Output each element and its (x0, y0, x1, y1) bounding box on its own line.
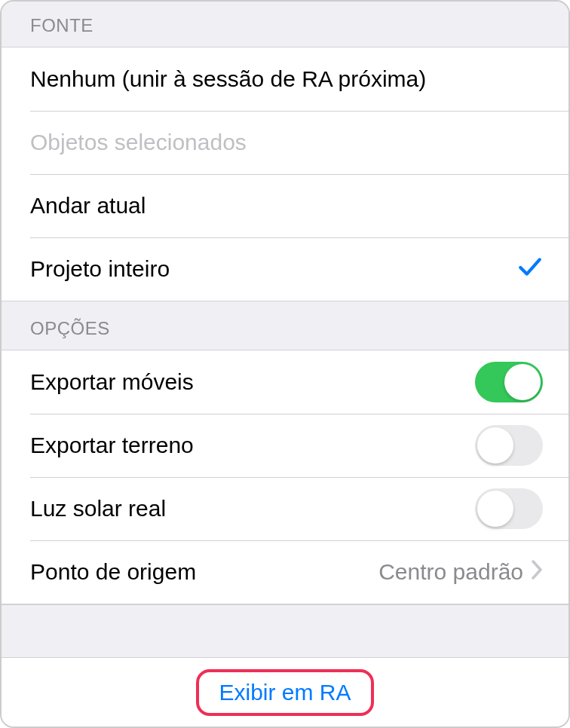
option-real-sunlight: Luz solar real (2, 477, 568, 540)
group-fonte: Nenhum (unir à sessão de RA próxima) Obj… (2, 47, 568, 301)
fonte-option-label: Andar atual (30, 193, 543, 219)
view-in-ar-button[interactable]: Exibir em RA (196, 669, 373, 716)
fonte-option-none[interactable]: Nenhum (unir à sessão de RA próxima) (2, 47, 568, 111)
section-header-fonte: Fonte (2, 2, 568, 47)
option-label: Exportar terreno (30, 433, 475, 458)
chevron-right-icon (531, 559, 543, 586)
switch-real-sunlight[interactable] (475, 488, 543, 529)
option-export-terrain: Exportar terreno (2, 414, 568, 477)
section-header-opcoes: Opções (2, 301, 568, 350)
option-label: Luz solar real (30, 496, 475, 522)
fonte-option-label: Objetos selecionados (30, 130, 543, 155)
option-detail-value: Centro padrão (378, 559, 523, 585)
fonte-option-label: Nenhum (unir à sessão de RA próxima) (30, 66, 543, 92)
switch-export-terrain[interactable] (475, 425, 543, 466)
option-label: Exportar móveis (30, 369, 475, 395)
spacer (2, 604, 568, 657)
fonte-option-selected-objects: Objetos selecionados (2, 111, 568, 174)
settings-panel: Fonte Nenhum (unir à sessão de RA próxim… (0, 0, 570, 728)
switch-export-furniture[interactable] (475, 362, 543, 402)
option-export-furniture: Exportar móveis (2, 350, 568, 414)
fonte-option-label: Projeto inteiro (30, 256, 517, 282)
option-label: Ponto de origem (30, 559, 378, 585)
fonte-option-current-floor[interactable]: Andar atual (2, 174, 568, 237)
checkmark-icon (517, 254, 543, 284)
action-row: Exibir em RA (2, 657, 568, 726)
fonte-option-entire-project[interactable]: Projeto inteiro (2, 237, 568, 301)
option-origin-point[interactable]: Ponto de origem Centro padrão (2, 540, 568, 604)
group-opcoes: Exportar móveis Exportar terreno Luz sol… (2, 350, 568, 604)
